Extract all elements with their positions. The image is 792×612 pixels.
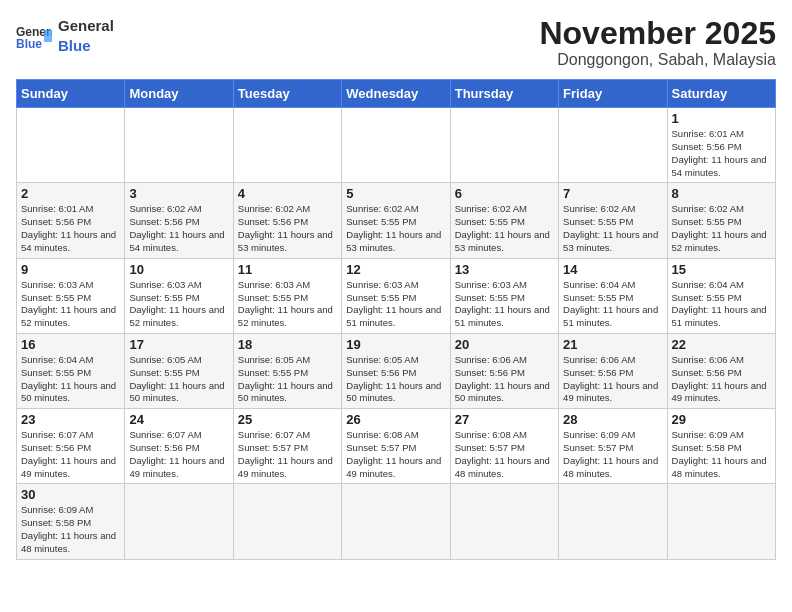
calendar-cell <box>559 484 667 559</box>
calendar-cell: 14Sunrise: 6:04 AMSunset: 5:55 PMDayligh… <box>559 258 667 333</box>
day-number: 9 <box>21 262 120 277</box>
calendar-cell <box>233 108 341 183</box>
calendar-cell: 7Sunrise: 6:02 AMSunset: 5:55 PMDaylight… <box>559 183 667 258</box>
day-number: 30 <box>21 487 120 502</box>
day-info: Sunrise: 6:02 AMSunset: 5:55 PMDaylight:… <box>563 203 662 254</box>
calendar-cell: 30Sunrise: 6:09 AMSunset: 5:58 PMDayligh… <box>17 484 125 559</box>
day-info: Sunrise: 6:03 AMSunset: 5:55 PMDaylight:… <box>346 279 445 330</box>
calendar-cell: 3Sunrise: 6:02 AMSunset: 5:56 PMDaylight… <box>125 183 233 258</box>
day-number: 8 <box>672 186 771 201</box>
day-number: 15 <box>672 262 771 277</box>
day-info: Sunrise: 6:03 AMSunset: 5:55 PMDaylight:… <box>238 279 337 330</box>
logo-general-text: General <box>58 16 114 36</box>
calendar-cell: 15Sunrise: 6:04 AMSunset: 5:55 PMDayligh… <box>667 258 775 333</box>
calendar-week-row: 2Sunrise: 6:01 AMSunset: 5:56 PMDaylight… <box>17 183 776 258</box>
day-info: Sunrise: 6:03 AMSunset: 5:55 PMDaylight:… <box>21 279 120 330</box>
calendar-cell <box>17 108 125 183</box>
calendar-cell: 27Sunrise: 6:08 AMSunset: 5:57 PMDayligh… <box>450 409 558 484</box>
calendar-week-row: 16Sunrise: 6:04 AMSunset: 5:55 PMDayligh… <box>17 333 776 408</box>
day-number: 5 <box>346 186 445 201</box>
day-info: Sunrise: 6:07 AMSunset: 5:56 PMDaylight:… <box>129 429 228 480</box>
calendar-cell: 2Sunrise: 6:01 AMSunset: 5:56 PMDaylight… <box>17 183 125 258</box>
day-number: 27 <box>455 412 554 427</box>
day-number: 21 <box>563 337 662 352</box>
generalblue-logo-icon: General Blue <box>16 22 52 50</box>
day-number: 19 <box>346 337 445 352</box>
day-info: Sunrise: 6:02 AMSunset: 5:55 PMDaylight:… <box>455 203 554 254</box>
day-number: 25 <box>238 412 337 427</box>
day-number: 24 <box>129 412 228 427</box>
day-info: Sunrise: 6:04 AMSunset: 5:55 PMDaylight:… <box>21 354 120 405</box>
calendar-cell: 23Sunrise: 6:07 AMSunset: 5:56 PMDayligh… <box>17 409 125 484</box>
calendar-cell: 9Sunrise: 6:03 AMSunset: 5:55 PMDaylight… <box>17 258 125 333</box>
title-area: November 2025 Donggongon, Sabah, Malaysi… <box>539 16 776 69</box>
day-info: Sunrise: 6:07 AMSunset: 5:56 PMDaylight:… <box>21 429 120 480</box>
day-number: 11 <box>238 262 337 277</box>
calendar-cell <box>342 484 450 559</box>
month-title: November 2025 <box>539 16 776 51</box>
calendar-week-row: 30Sunrise: 6:09 AMSunset: 5:58 PMDayligh… <box>17 484 776 559</box>
weekday-header-tuesday: Tuesday <box>233 80 341 108</box>
day-number: 1 <box>672 111 771 126</box>
calendar-cell: 13Sunrise: 6:03 AMSunset: 5:55 PMDayligh… <box>450 258 558 333</box>
day-info: Sunrise: 6:07 AMSunset: 5:57 PMDaylight:… <box>238 429 337 480</box>
day-number: 14 <box>563 262 662 277</box>
calendar-cell <box>233 484 341 559</box>
calendar-cell <box>125 484 233 559</box>
day-info: Sunrise: 6:02 AMSunset: 5:55 PMDaylight:… <box>672 203 771 254</box>
logo-blue-text: Blue <box>58 36 114 56</box>
calendar-cell: 16Sunrise: 6:04 AMSunset: 5:55 PMDayligh… <box>17 333 125 408</box>
day-info: Sunrise: 6:08 AMSunset: 5:57 PMDaylight:… <box>455 429 554 480</box>
day-info: Sunrise: 6:05 AMSunset: 5:56 PMDaylight:… <box>346 354 445 405</box>
day-number: 18 <box>238 337 337 352</box>
weekday-header-monday: Monday <box>125 80 233 108</box>
calendar-cell <box>125 108 233 183</box>
calendar-cell: 20Sunrise: 6:06 AMSunset: 5:56 PMDayligh… <box>450 333 558 408</box>
day-number: 13 <box>455 262 554 277</box>
day-number: 12 <box>346 262 445 277</box>
calendar-cell: 12Sunrise: 6:03 AMSunset: 5:55 PMDayligh… <box>342 258 450 333</box>
calendar-cell: 24Sunrise: 6:07 AMSunset: 5:56 PMDayligh… <box>125 409 233 484</box>
day-number: 23 <box>21 412 120 427</box>
svg-marker-2 <box>44 30 52 42</box>
day-number: 7 <box>563 186 662 201</box>
calendar-cell <box>667 484 775 559</box>
day-number: 3 <box>129 186 228 201</box>
day-number: 17 <box>129 337 228 352</box>
calendar-cell: 4Sunrise: 6:02 AMSunset: 5:56 PMDaylight… <box>233 183 341 258</box>
calendar-cell: 28Sunrise: 6:09 AMSunset: 5:57 PMDayligh… <box>559 409 667 484</box>
day-info: Sunrise: 6:06 AMSunset: 5:56 PMDaylight:… <box>672 354 771 405</box>
day-info: Sunrise: 6:02 AMSunset: 5:56 PMDaylight:… <box>238 203 337 254</box>
day-info: Sunrise: 6:06 AMSunset: 5:56 PMDaylight:… <box>563 354 662 405</box>
svg-text:Blue: Blue <box>16 37 42 50</box>
calendar-cell: 1Sunrise: 6:01 AMSunset: 5:56 PMDaylight… <box>667 108 775 183</box>
day-info: Sunrise: 6:04 AMSunset: 5:55 PMDaylight:… <box>563 279 662 330</box>
calendar-cell: 25Sunrise: 6:07 AMSunset: 5:57 PMDayligh… <box>233 409 341 484</box>
weekday-header-friday: Friday <box>559 80 667 108</box>
weekday-header-row: SundayMondayTuesdayWednesdayThursdayFrid… <box>17 80 776 108</box>
day-number: 6 <box>455 186 554 201</box>
day-info: Sunrise: 6:06 AMSunset: 5:56 PMDaylight:… <box>455 354 554 405</box>
day-info: Sunrise: 6:09 AMSunset: 5:57 PMDaylight:… <box>563 429 662 480</box>
calendar-cell: 5Sunrise: 6:02 AMSunset: 5:55 PMDaylight… <box>342 183 450 258</box>
calendar-cell <box>450 484 558 559</box>
calendar-week-row: 1Sunrise: 6:01 AMSunset: 5:56 PMDaylight… <box>17 108 776 183</box>
calendar-cell: 26Sunrise: 6:08 AMSunset: 5:57 PMDayligh… <box>342 409 450 484</box>
day-number: 4 <box>238 186 337 201</box>
calendar-week-row: 23Sunrise: 6:07 AMSunset: 5:56 PMDayligh… <box>17 409 776 484</box>
day-number: 10 <box>129 262 228 277</box>
day-info: Sunrise: 6:03 AMSunset: 5:55 PMDaylight:… <box>129 279 228 330</box>
day-info: Sunrise: 6:02 AMSunset: 5:55 PMDaylight:… <box>346 203 445 254</box>
calendar-cell: 6Sunrise: 6:02 AMSunset: 5:55 PMDaylight… <box>450 183 558 258</box>
calendar-table: SundayMondayTuesdayWednesdayThursdayFrid… <box>16 79 776 560</box>
calendar-cell: 18Sunrise: 6:05 AMSunset: 5:55 PMDayligh… <box>233 333 341 408</box>
calendar-week-row: 9Sunrise: 6:03 AMSunset: 5:55 PMDaylight… <box>17 258 776 333</box>
weekday-header-wednesday: Wednesday <box>342 80 450 108</box>
weekday-header-thursday: Thursday <box>450 80 558 108</box>
day-info: Sunrise: 6:05 AMSunset: 5:55 PMDaylight:… <box>129 354 228 405</box>
calendar-cell <box>559 108 667 183</box>
calendar-cell: 21Sunrise: 6:06 AMSunset: 5:56 PMDayligh… <box>559 333 667 408</box>
day-info: Sunrise: 6:03 AMSunset: 5:55 PMDaylight:… <box>455 279 554 330</box>
day-number: 20 <box>455 337 554 352</box>
logo: General Blue General Blue <box>16 16 114 55</box>
